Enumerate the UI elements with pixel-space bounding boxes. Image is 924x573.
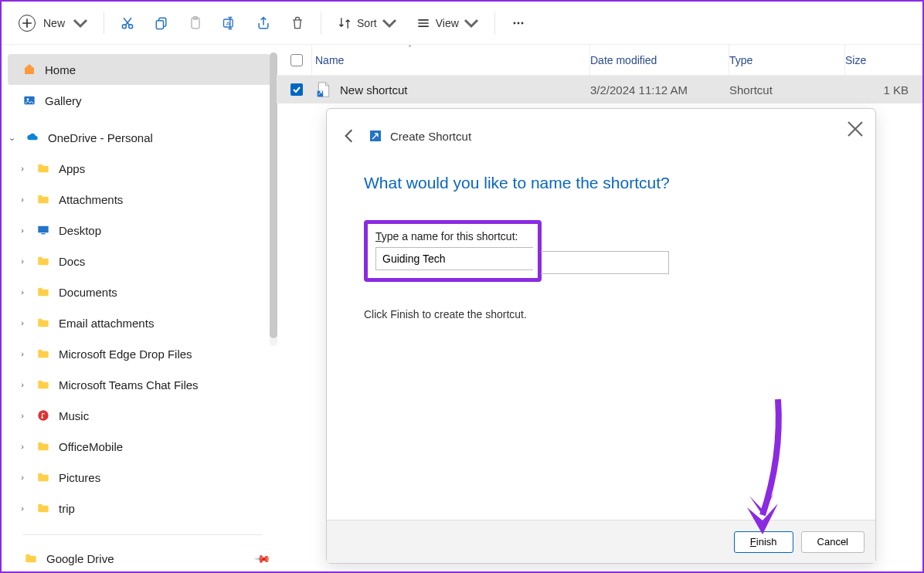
sidebar-item-onedrive[interactable]: ⌄ OneDrive - Personal [2,122,277,153]
column-type[interactable]: Type [729,45,845,75]
cut-button[interactable] [112,9,143,37]
folder-icon [36,193,51,205]
sidebar-item-folder[interactable]: ›OfficeMobile [2,431,277,462]
divider [23,534,263,535]
file-type: Shortcut [729,83,845,97]
sidebar-label: Google Drive [46,552,114,565]
select-all-checkbox[interactable] [281,45,312,75]
shortcut-name-input[interactable] [375,247,533,270]
dialog-hint: Click Finish to create the shortcut. [364,308,838,320]
svg-point-12 [27,98,29,100]
dialog-body: What would you like to name the shortcut… [327,152,875,520]
navigation-pane: Home Gallery ⌄ OneDrive - Personal ›Apps… [2,45,277,571]
sidebar-item-gallery[interactable]: Gallery [2,85,277,116]
chevron-down-icon [464,15,479,31]
share-button[interactable] [248,9,279,37]
view-label: View [436,17,459,29]
input-extension[interactable] [541,251,669,274]
chevron-right-icon[interactable]: › [17,503,28,513]
svg-text:A: A [226,19,230,26]
folder-icon [36,348,51,360]
chevron-right-icon[interactable]: › [17,318,28,327]
copy-icon [154,15,169,31]
chevron-down-icon [382,15,397,31]
sidebar-item-folder[interactable]: ›Music [2,400,277,431]
sort-icon [337,15,352,31]
paste-button[interactable] [180,9,211,37]
sidebar-item-folder[interactable]: ›Pictures [2,462,277,493]
sidebar-label: Microsoft Teams Chat Files [59,378,199,392]
chevron-right-icon[interactable]: › [17,442,28,451]
column-name[interactable]: Name [312,45,590,75]
copy-button[interactable] [146,9,177,37]
column-size[interactable]: Size [845,45,922,75]
sidebar-label: trip [59,502,75,515]
sidebar-item-folder[interactable]: ›Documents [2,276,277,307]
dialog-title: Create Shortcut [370,130,471,143]
sidebar-label: Desktop [59,224,101,237]
svg-point-15 [38,410,48,420]
row-checkbox[interactable] [281,83,312,96]
svg-rect-3 [156,20,163,29]
sort-button[interactable]: Sort [329,9,405,37]
create-shortcut-dialog: Create Shortcut What would you like to n… [326,108,876,564]
pin-icon[interactable]: 📌 [253,549,271,567]
close-icon [846,120,865,138]
chevron-down-icon [73,15,88,31]
sidebar-item-folder[interactable]: ›trip [2,493,277,524]
ellipsis-icon [511,15,526,31]
svg-point-8 [513,22,515,24]
dialog-close-button[interactable] [846,120,865,138]
list-icon [416,15,431,31]
folder-icon [36,471,51,483]
new-button[interactable]: New [11,9,96,37]
column-headers: ˄ Name Date modified Type Size [277,45,922,76]
cloud-icon [25,131,40,144]
sidebar-item-folder[interactable]: ›Desktop [2,215,277,246]
sidebar-item-home[interactable]: Home [8,54,270,85]
sidebar-item-folder[interactable]: ›Attachments [2,184,277,215]
more-button[interactable] [503,9,534,37]
cancel-button[interactable]: Cancel [801,531,865,553]
sidebar-item-folder[interactable]: ›Docs [2,246,277,276]
folder-icon [23,552,39,565]
shortcut-name-label: Type a name for this shortcut: [375,230,530,242]
rename-button[interactable]: A [214,9,245,37]
view-button[interactable]: View [408,9,487,37]
sidebar-item-googledrive[interactable]: Google Drive 📌 [2,543,277,571]
svg-point-10 [521,22,523,24]
finish-button[interactable]: Finish [734,531,793,553]
sidebar-label: Apps [59,162,85,175]
back-button[interactable] [341,127,358,144]
sidebar-label: Gallery [45,94,82,107]
sidebar-item-folder[interactable]: ›Microsoft Teams Chat Files [2,369,277,400]
column-date[interactable]: Date modified [590,45,729,75]
svg-rect-13 [38,226,48,233]
sidebar-item-folder[interactable]: ›Apps [2,153,277,184]
chevron-right-icon[interactable]: › [17,195,28,204]
sidebar-item-folder[interactable]: ›Microsoft Edge Drop Files [2,338,277,369]
sidebar-label: OfficeMobile [59,440,123,453]
chevron-right-icon[interactable]: › [17,349,28,358]
chevron-down-icon[interactable]: ⌄ [6,133,17,143]
file-size: 1 KB [845,83,922,97]
plus-icon [19,15,36,32]
delete-button[interactable] [282,9,313,37]
chevron-right-icon[interactable]: › [17,256,28,266]
sidebar-item-folder[interactable]: ›Email attachments [2,307,277,338]
shortcut-icon [370,131,381,141]
chevron-right-icon[interactable]: › [17,473,28,482]
chevron-right-icon[interactable]: › [17,225,28,235]
chevron-right-icon[interactable]: › [17,164,28,173]
share-icon [256,15,271,31]
file-row[interactable]: New shortcut 3/2/2024 11:12 AM Shortcut … [277,76,922,103]
dialog-footer: Finish Cancel [327,520,875,563]
chevron-right-icon[interactable]: › [17,411,28,420]
toolbar: New A Sort View [2,2,922,45]
chevron-right-icon[interactable]: › [17,380,28,389]
sort-indicator-icon: ˄ [408,44,412,53]
folder-icon [36,162,51,175]
chevron-right-icon[interactable]: › [17,287,28,297]
sidebar-label: Pictures [59,471,100,484]
sidebar-label: Microsoft Edge Drop Files [59,348,192,361]
